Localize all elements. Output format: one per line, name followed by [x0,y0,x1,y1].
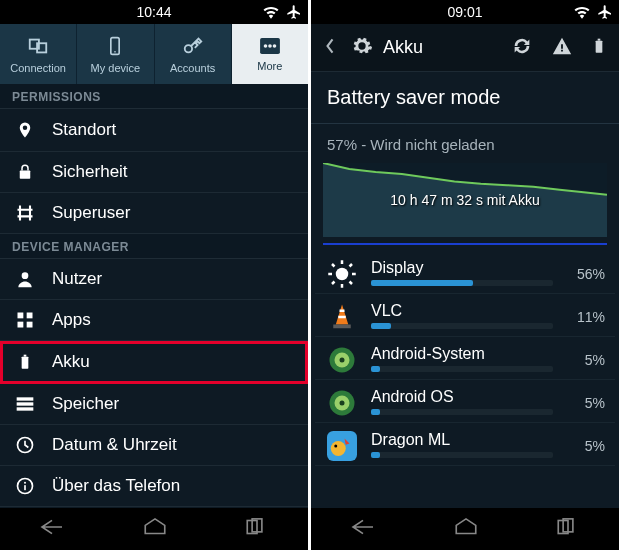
svg-point-48 [331,441,346,456]
svg-rect-17 [17,397,34,400]
app-icon [325,343,359,377]
list-item-apps[interactable]: Apps [0,300,308,341]
battery-discharge-chart[interactable]: 10 h 47 m 32 s mit Akku [323,163,607,237]
status-bar: 10:44 [0,0,308,24]
app-name: VLC [371,302,553,320]
svg-rect-19 [17,407,34,410]
tab-label: Connection [10,62,66,74]
svg-line-34 [332,264,335,267]
svg-point-7 [268,44,272,48]
svg-point-46 [340,401,345,406]
item-label: Datum & Uhrzeit [52,435,177,455]
app-name: Display [371,259,553,277]
status-bar: 09:01 [311,0,619,24]
section-permissions: PERMISSIONS [0,84,308,109]
battery-status-icon[interactable] [587,31,611,65]
settings-tabs: Connection My device Accounts More [0,24,308,84]
svg-rect-26 [596,40,603,52]
usage-percent: 5% [565,352,605,368]
battery-percent-line: 57% - Wird nicht geladen [311,126,619,159]
app-name: Android OS [371,388,553,406]
svg-rect-9 [20,171,31,179]
item-label: Standort [52,120,116,140]
airplane-icon [286,4,302,20]
usage-item[interactable]: Dragon ML5% [315,423,615,466]
wifi-icon [262,5,280,19]
connection-icon [27,35,49,59]
refresh-icon[interactable] [507,31,537,65]
svg-rect-14 [27,322,33,328]
storage-icon [14,395,36,413]
svg-point-3 [115,51,117,53]
list-item-sicherheit[interactable]: Sicherheit [0,152,308,193]
list-item-nutzer[interactable]: Nutzer [0,259,308,300]
time-on-battery-label: 10 h 47 m 32 s mit Akku [390,192,539,208]
svg-line-35 [350,282,353,285]
nav-recents-icon[interactable] [244,517,270,541]
battery-usage-list: Display56%VLC11%Android-System5%Android … [311,251,619,466]
battery-icon [14,351,36,373]
battery-saver-mode-row[interactable]: Battery saver mode [311,76,619,123]
nav-home-icon[interactable] [453,517,479,541]
usage-item[interactable]: Android OS5% [315,380,615,423]
svg-line-36 [332,282,335,285]
status-time: 10:44 [136,4,171,20]
usage-item[interactable]: Android-System5% [315,337,615,380]
lock-icon [14,162,36,182]
usage-bar [371,323,553,329]
list-item-akku[interactable]: Akku [0,341,308,384]
list-item-ueber-telefon[interactable]: Über das Telefon [0,466,308,507]
svg-rect-13 [18,322,24,328]
android-nav-bar [311,508,619,550]
svg-rect-27 [598,38,601,40]
svg-point-8 [273,44,277,48]
svg-rect-12 [27,313,33,319]
settings-list: PERMISSIONS Standort Sicherheit Superuse… [0,84,308,508]
list-item-standort[interactable]: Standort [0,109,308,152]
user-icon [14,269,36,289]
tab-accounts[interactable]: Accounts [155,24,232,84]
item-label: Über das Telefon [52,476,180,496]
svg-point-4 [184,45,191,52]
app-name: Android-System [371,345,553,363]
nav-back-icon[interactable] [38,517,66,541]
airplane-icon [597,4,613,20]
svg-rect-40 [333,325,351,329]
nav-up-icon[interactable] [319,32,341,64]
usage-bar [371,452,553,458]
list-item-superuser[interactable]: Superuser [0,193,308,234]
warning-icon[interactable] [547,31,577,65]
list-item-speicher[interactable]: Speicher [0,384,308,425]
nav-home-icon[interactable] [142,517,168,541]
android-nav-bar [0,508,308,550]
app-icon [325,386,359,420]
app-icon [325,429,359,463]
svg-point-10 [22,272,29,279]
usage-percent: 5% [565,395,605,411]
item-label: Superuser [52,203,130,223]
battery-screen-header: Akku [311,24,619,72]
wifi-icon [573,5,591,19]
hash-icon [14,203,36,223]
nav-recents-icon[interactable] [555,517,581,541]
svg-rect-38 [340,310,345,313]
usage-item[interactable]: Display56% [315,251,615,294]
tab-more[interactable]: More [232,24,308,84]
svg-line-37 [350,264,353,267]
page-title: Akku [383,37,497,58]
usage-bar [371,280,553,286]
item-label: Sicherheit [52,162,128,182]
app-icon [325,300,359,334]
section-device-manager: DEVICE MANAGER [0,234,308,259]
svg-point-49 [334,445,337,448]
tab-connection[interactable]: Connection [0,24,77,84]
item-label: Nutzer [52,269,102,289]
nav-back-icon[interactable] [349,517,377,541]
svg-point-6 [264,44,268,48]
phone-right-battery: 09:01 Akku Battery saver mode [311,0,619,550]
list-item-datum-uhrzeit[interactable]: Datum & Uhrzeit [0,425,308,466]
tab-my-device[interactable]: My device [77,24,154,84]
usage-bar [371,409,553,415]
usage-item[interactable]: VLC11% [315,294,615,337]
svg-rect-15 [22,357,29,369]
